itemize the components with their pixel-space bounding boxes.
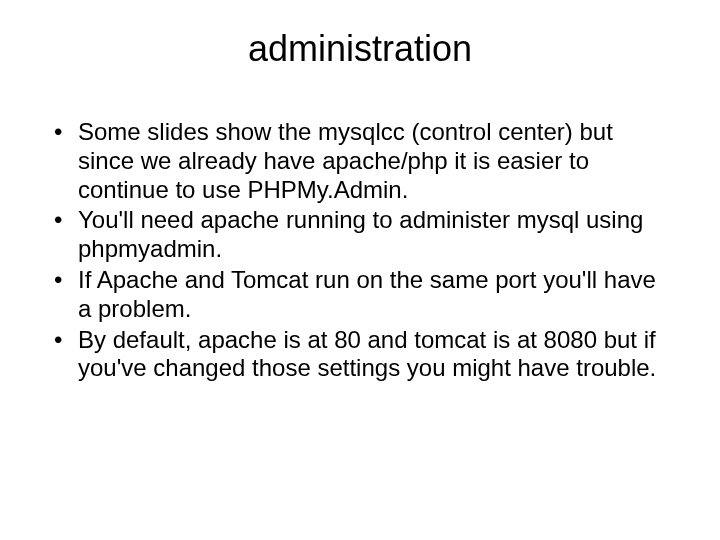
list-item: You'll need apache running to administer… bbox=[50, 206, 670, 264]
slide-title: administration bbox=[50, 28, 670, 70]
bullet-list: Some slides show the mysqlcc (control ce… bbox=[50, 118, 670, 383]
list-item: Some slides show the mysqlcc (control ce… bbox=[50, 118, 670, 204]
list-item: If Apache and Tomcat run on the same por… bbox=[50, 266, 670, 324]
list-item: By default, apache is at 80 and tomcat i… bbox=[50, 326, 670, 384]
